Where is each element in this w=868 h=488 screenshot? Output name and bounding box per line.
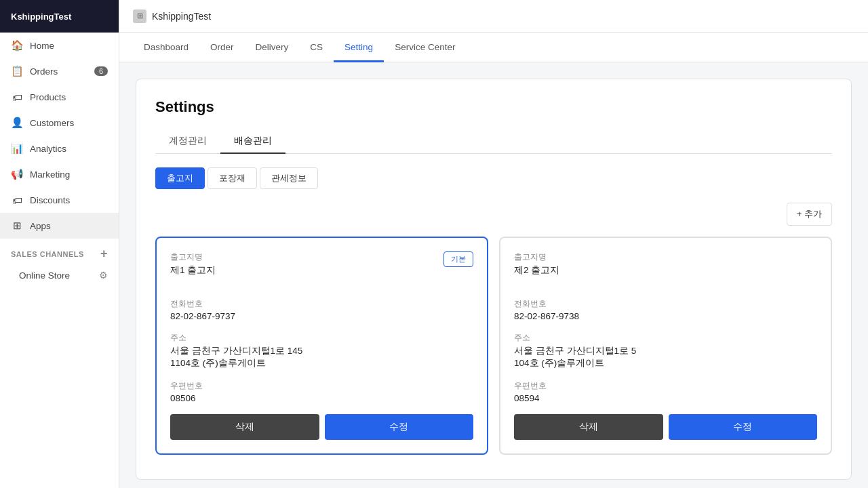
card-address-field: 주소 서울 금천구 가산디지털1로 1451104호 (주)솔루게이트 xyxy=(170,332,473,369)
tab-service-center[interactable]: Service Center xyxy=(384,33,466,62)
card-actions: 삭제 수정 xyxy=(514,414,817,440)
sidebar-item-analytics[interactable]: 📊 Analytics xyxy=(0,136,119,161)
card-address-field: 주소 서울 금천구 가산디지털1로 5104호 (주)솔루게이트 xyxy=(514,332,817,369)
filter-tab-warehouse[interactable]: 출고지 xyxy=(155,167,205,189)
filter-tab-packaging[interactable]: 포장재 xyxy=(208,167,257,189)
sidebar-logo: KshippingTest xyxy=(0,0,119,33)
sidebar-item-home[interactable]: 🏠 Home xyxy=(0,33,119,58)
sidebar-item-label: Orders xyxy=(30,66,58,77)
card-name-value: 제2 출고지 xyxy=(514,264,559,277)
tab-dashboard[interactable]: Dashboard xyxy=(133,33,199,62)
sidebar-item-products[interactable]: 🏷 Products xyxy=(0,84,119,110)
card-header: 출고지명 제1 출고지 기본 xyxy=(170,251,473,287)
card-phone-field: 전화번호 82-02-867-9738 xyxy=(514,298,817,321)
tab-order[interactable]: Order xyxy=(199,33,245,62)
sidebar-item-marketing[interactable]: 📢 Marketing xyxy=(0,161,119,187)
delete-warehouse-button[interactable]: 삭제 xyxy=(170,414,319,440)
warehouse-card-warehouse-2: 출고지명 제2 출고지 전화번호 82-02-867-9738 주소 서울 금천… xyxy=(499,237,832,455)
sidebar-sub-item-online-store[interactable]: Online Store ⚙ xyxy=(0,264,119,287)
sidebar-item-label: Home xyxy=(30,41,54,51)
filter-tab-customs[interactable]: 관세정보 xyxy=(260,167,318,189)
topbar-app-icon: ⊞ xyxy=(133,9,146,23)
card-header: 출고지명 제2 출고지 xyxy=(514,251,817,287)
discounts-icon: 🏷 xyxy=(11,194,23,206)
home-icon: 🏠 xyxy=(11,39,23,52)
warehouse-cards: 출고지명 제1 출고지 기본 전화번호 82-02-867-9737 주소 서울… xyxy=(155,237,832,455)
sidebar-item-orders[interactable]: 📋 Orders 6 xyxy=(0,58,119,84)
sub-tab-account[interactable]: 계정관리 xyxy=(155,129,220,154)
tab-setting[interactable]: Setting xyxy=(334,33,384,62)
card-zip-label: 우편번호 xyxy=(514,380,817,392)
topbar-title: KshippingTest xyxy=(152,11,211,22)
card-phone-label: 전화번호 xyxy=(170,298,473,310)
edit-warehouse-button[interactable]: 수정 xyxy=(669,414,818,440)
warehouse-card-warehouse-1: 출고지명 제1 출고지 기본 전화번호 82-02-867-9737 주소 서울… xyxy=(155,237,488,455)
edit-warehouse-button[interactable]: 수정 xyxy=(325,414,474,440)
settings-sub-tabs: 계정관리배송관리 xyxy=(155,129,832,154)
card-phone-label: 전화번호 xyxy=(514,298,817,310)
card-name-value: 제1 출고지 xyxy=(170,264,216,277)
add-button-row: + 추가 xyxy=(155,203,832,226)
card-zip-label: 우편번호 xyxy=(170,380,473,392)
card-phone-value: 82-02-867-9737 xyxy=(170,311,473,321)
card-address-value: 서울 금천구 가산디지털1로 5104호 (주)솔루게이트 xyxy=(514,345,817,369)
sidebar-nav: 🏠 Home 📋 Orders 6🏷 Products 👤 Customers … xyxy=(0,33,119,239)
card-zip-field: 우편번호 08506 xyxy=(170,380,473,403)
sidebar-item-label: Products xyxy=(30,92,66,102)
settings-title: Settings xyxy=(155,98,832,116)
topbar: ⊞ KshippingTest xyxy=(119,0,868,33)
sidebar-item-label: Discounts xyxy=(30,195,70,205)
customers-icon: 👤 xyxy=(11,117,23,129)
sidebar-section-channels: SALES CHANNELS + xyxy=(0,239,119,264)
products-icon: 🏷 xyxy=(11,91,23,103)
card-name-label: 출고지명 xyxy=(514,251,559,263)
sub-tab-shipping[interactable]: 배송관리 xyxy=(220,129,285,154)
settings-container: Settings 계정관리배송관리 출고지포장재관세정보 + 추가 출고지명 제… xyxy=(136,79,852,480)
orders-icon: 📋 xyxy=(11,65,23,77)
card-name-label: 출고지명 xyxy=(170,251,216,263)
default-badge: 기본 xyxy=(443,251,473,267)
tab-cs[interactable]: CS xyxy=(299,33,334,62)
sidebar-sub-nav: Online Store ⚙ xyxy=(0,264,119,287)
sidebar-logo-text: KshippingTest xyxy=(11,12,71,22)
sidebar-item-label: Marketing xyxy=(30,169,70,180)
sidebar-item-apps[interactable]: ⊞ Apps xyxy=(0,213,119,239)
sidebar-item-label: Customers xyxy=(30,118,74,128)
sidebar-item-label: Apps xyxy=(30,221,51,231)
card-name-field: 출고지명 제1 출고지 xyxy=(170,251,216,277)
delete-warehouse-button[interactable]: 삭제 xyxy=(514,414,663,440)
card-phone-field: 전화번호 82-02-867-9737 xyxy=(170,298,473,321)
main-content: ⊞ KshippingTest DashboardOrderDeliveryCS… xyxy=(119,0,868,488)
card-zip-field: 우편번호 08594 xyxy=(514,380,817,403)
card-zip-value: 08506 xyxy=(170,393,473,403)
filter-tabs: 출고지포장재관세정보 xyxy=(155,167,832,189)
orders-badge: 6 xyxy=(94,66,108,76)
online-store-settings-icon[interactable]: ⚙ xyxy=(99,270,108,281)
card-zip-value: 08594 xyxy=(514,393,817,403)
card-actions: 삭제 수정 xyxy=(170,414,473,440)
marketing-icon: 📢 xyxy=(11,168,23,180)
sidebar-sub-label: Online Store xyxy=(19,270,70,281)
card-phone-value: 82-02-867-9738 xyxy=(514,311,817,321)
sidebar: KshippingTest 🏠 Home 📋 Orders 6🏷 Product… xyxy=(0,0,119,488)
analytics-icon: 📊 xyxy=(11,142,23,155)
card-address-value: 서울 금천구 가산디지털1로 1451104호 (주)솔루게이트 xyxy=(170,345,473,369)
content-area: Settings 계정관리배송관리 출고지포장재관세정보 + 추가 출고지명 제… xyxy=(119,62,868,488)
sidebar-item-label: Analytics xyxy=(30,144,66,154)
tab-delivery[interactable]: Delivery xyxy=(245,33,300,62)
card-address-label: 주소 xyxy=(170,332,473,344)
tab-navigation: DashboardOrderDeliveryCSSettingService C… xyxy=(119,33,868,62)
add-channel-icon[interactable]: + xyxy=(100,247,108,261)
add-warehouse-button[interactable]: + 추가 xyxy=(787,203,832,226)
sidebar-item-discounts[interactable]: 🏷 Discounts xyxy=(0,187,119,213)
card-address-label: 주소 xyxy=(514,332,817,344)
card-name-field: 출고지명 제2 출고지 xyxy=(514,251,559,277)
sidebar-item-customers[interactable]: 👤 Customers xyxy=(0,110,119,136)
apps-icon: ⊞ xyxy=(11,220,23,232)
